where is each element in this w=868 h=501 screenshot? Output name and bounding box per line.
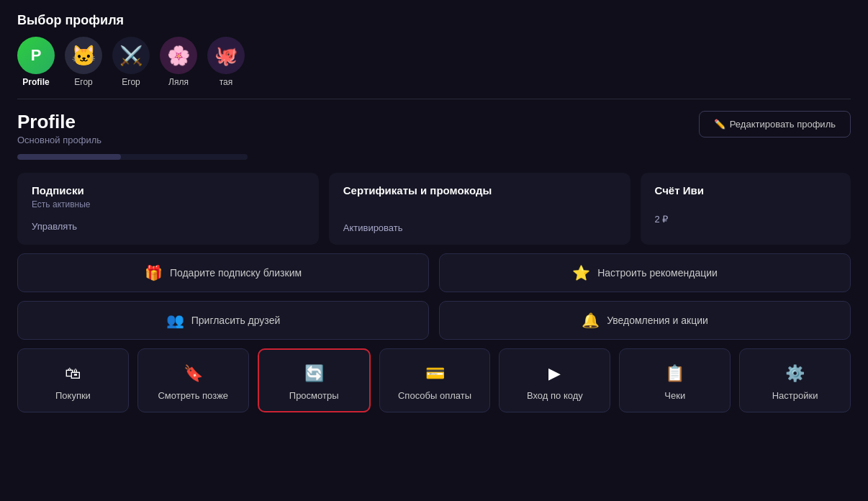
subscriptions-action: Управлять [32,221,304,232]
avatar-label-egor2: Егор [122,77,140,87]
icon-grid: 🛍 Покупки 🔖 Смотреть позже 🔄 Просмотры 💳… [17,348,851,412]
codeinput-label: Вход по коду [527,390,583,401]
purchases-label: Покупки [55,390,91,401]
profile-subtitle: Основной профиль [17,135,101,145]
avatar-label-egor1: Егор [74,77,92,87]
purchases-icon: 🛍 [65,364,81,383]
avatar-circle-profile: P [17,37,55,74]
progress-bar-container [17,154,248,160]
progress-bar-fill [17,154,121,160]
avatar-circle-taya: 🐙 [207,37,245,74]
bell-icon: 🔔 [582,312,600,329]
avatar-item-taya[interactable]: 🐙 тая [207,37,245,87]
subscriptions-card[interactable]: Подписки Есть активные Управлять [17,173,319,245]
settings-icon: ⚙️ [785,364,805,383]
avatar-label-taya: тая [220,77,233,87]
receipts-icon: 📋 [665,364,684,383]
gift-icon: 🎁 [145,264,163,281]
cards-row: Подписки Есть активные Управлять Сертифи… [17,173,851,245]
certificates-action: Активировать [343,222,616,233]
watchlater-label: Смотреть позже [158,390,228,401]
subscriptions-title: Подписки [32,184,304,197]
avatar-item-lyalya[interactable]: 🌸 Ляля [160,37,197,87]
avatar-item-profile[interactable]: P Profile [17,37,55,87]
recommendations-label: Настроить рекомендации [597,267,718,279]
avatar-label-lyalya: Ляля [168,77,189,87]
icon-card-payment[interactable]: 💳 Способы оплаты [379,348,491,412]
payment-label: Способы оплаты [398,390,471,401]
icon-card-codeinput[interactable]: ▶ Вход по коду [499,348,610,412]
ivi-account-card[interactable]: Счёт Иви 2 ₽ [641,173,851,245]
avatar-item-egor1[interactable]: 🐱 Егор [65,37,102,87]
banner-row: 🎁 Подарите подписку близким ⭐ Настроить … [17,253,851,292]
page-container: Выбор профиля P Profile 🐱 Егор ⚔️ Егор 🌸… [0,0,868,427]
notifications-label: Уведомления и акции [607,315,708,326]
gift-subscription-button[interactable]: 🎁 Подарите подписку близким [17,253,429,292]
views-label: Просмотры [289,390,339,401]
subscriptions-subtitle: Есть активные [32,199,304,209]
invite-friends-button[interactable]: 👥 Пригласить друзей [17,301,429,340]
avatar-circle-egor2: ⚔️ [112,37,150,74]
receipts-label: Чеки [664,390,685,401]
certificates-card[interactable]: Сертификаты и промокоды Активировать [329,173,630,245]
ivi-account-action: 2 ₽ [655,214,837,225]
edit-profile-button[interactable]: ✏️ Редактировать профиль [699,111,851,137]
icon-card-watchlater[interactable]: 🔖 Смотреть позже [137,348,249,412]
views-icon: 🔄 [304,364,324,383]
star-icon: ⭐ [572,264,590,281]
avatar-label-profile: Profile [22,77,49,87]
payment-icon: 💳 [425,364,445,383]
recommendations-button[interactable]: ⭐ Настроить рекомендации [439,253,851,292]
icon-card-receipts[interactable]: 📋 Чеки [619,348,731,412]
avatar-item-egor2[interactable]: ⚔️ Егор [112,37,150,87]
current-profile-name: Profile [17,111,101,133]
invite-label: Пригласить друзей [191,315,281,326]
profile-header: Profile Основной профиль ✏️ Редактироват… [17,111,851,145]
icon-card-settings[interactable]: ⚙️ Настройки [739,348,851,412]
friends-icon: 👥 [166,312,184,329]
divider [17,99,851,99]
pen-icon: ✏️ [714,119,725,130]
profile-selection-title: Выбор профиля [17,13,851,28]
avatar-circle-lyalya: 🌸 [160,37,197,74]
watchlater-icon: 🔖 [184,364,203,383]
gift-label: Подарите подписку близким [170,267,302,279]
codeinput-icon: ▶ [548,364,561,383]
settings-label: Настройки [772,390,818,401]
icon-card-views[interactable]: 🔄 Просмотры [258,348,371,412]
avatar-circle-egor1: 🐱 [65,37,102,74]
notifications-button[interactable]: 🔔 Уведомления и акции [439,301,851,340]
ivi-account-title: Счёт Иви [655,184,837,197]
profile-info: Profile Основной профиль [17,111,101,145]
certificates-title: Сертификаты и промокоды [343,184,616,197]
icon-card-purchases[interactable]: 🛍 Покупки [17,348,129,412]
action-row: 👥 Пригласить друзей 🔔 Уведомления и акци… [17,301,851,340]
edit-profile-label: Редактировать профиль [730,119,836,130]
profile-avatars: P Profile 🐱 Егор ⚔️ Егор 🌸 Ляля 🐙 тая [17,37,851,87]
